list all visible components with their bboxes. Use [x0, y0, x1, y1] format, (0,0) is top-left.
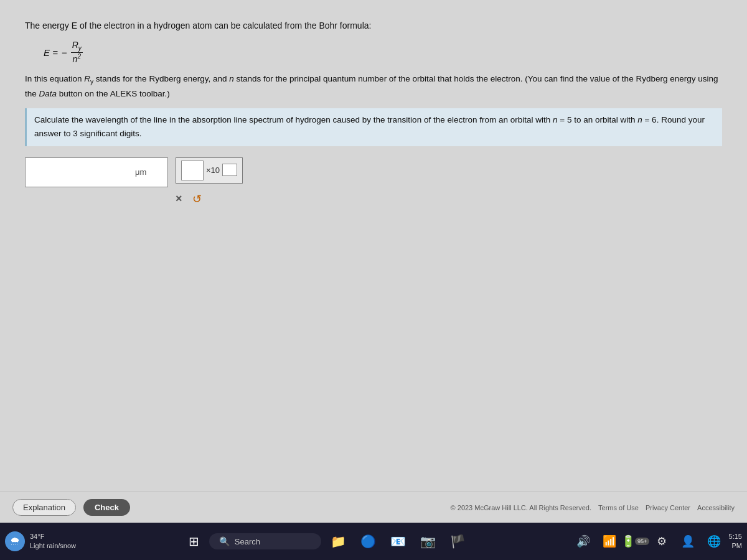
sci-exponent-input[interactable]	[222, 164, 237, 176]
start-button[interactable]: ⊞	[184, 531, 204, 551]
x10-label: ×10	[206, 166, 220, 175]
bottom-bar: Explanation Check © 2023 McGraw Hill LLC…	[0, 492, 747, 523]
privacy-link[interactable]: Privacy Center	[646, 504, 690, 511]
taskbar-app-mail[interactable]: 📧	[386, 528, 411, 555]
unit-label: μm	[135, 167, 146, 177]
taskbar-weather: 🌨 34°F Light rain/snow	[5, 531, 76, 551]
search-bar-label: Search	[235, 537, 260, 546]
copyright-area: © 2023 McGraw Hill LLC. All Rights Reser…	[451, 504, 735, 511]
battery-badge: 95+	[635, 538, 649, 545]
user-icon[interactable]: 👤	[677, 530, 699, 553]
formula-block: E = − Ry n2	[44, 40, 722, 64]
sci-exp-wrapper	[222, 164, 237, 177]
taskbar-center: ⊞ 🔍 Search 📁 🔵 📧 📷 🏴	[85, 528, 570, 555]
settings-icon[interactable]: ⚙	[651, 530, 673, 553]
clock-ampm: PM	[729, 541, 742, 551]
scientific-notation-box: ×10 × ↺	[176, 157, 243, 206]
weather-text: 34°F Light rain/snow	[30, 532, 76, 551]
description-text: In this equation Ry stands for the Rydbe…	[25, 72, 722, 101]
wifi-icon[interactable]: 🌐	[703, 530, 725, 553]
taskbar-app-files[interactable]: 📁	[326, 528, 351, 555]
formula-numerator: Ry	[71, 40, 83, 53]
taskbar-app-camera[interactable]: 📷	[416, 528, 441, 555]
answer-row: μm ×10 × ↺	[25, 157, 722, 206]
sci-input-row: ×10	[176, 157, 243, 184]
intro-text: The energy E of the electron in a hydrog…	[25, 19, 722, 32]
formula-denominator: n2	[72, 53, 82, 64]
time-display: 5:15 PM	[729, 532, 742, 551]
explanation-button[interactable]: Explanation	[12, 499, 76, 516]
weather-temp: 34°F	[30, 532, 76, 541]
main-content: The energy E of the electron in a hydrog…	[0, 0, 747, 523]
taskbar-app-flag[interactable]: 🏴	[446, 528, 471, 555]
answer-input-box: μm	[25, 157, 168, 187]
formula-sign: −	[62, 47, 67, 58]
system-tray-icon2[interactable]: 📶	[598, 530, 621, 553]
formula-fraction: Ry n2	[71, 40, 83, 64]
clock-time: 5:15	[729, 532, 742, 541]
redo-button[interactable]: ↺	[192, 192, 202, 206]
terms-link[interactable]: Terms of Use	[598, 504, 639, 511]
sci-base-input[interactable]	[181, 161, 204, 180]
search-bar[interactable]: 🔍 Search	[209, 533, 321, 549]
clear-button[interactable]: ×	[176, 192, 182, 205]
search-icon: 🔍	[219, 536, 230, 546]
system-tray-icon1[interactable]: 🔊	[572, 530, 594, 553]
weather-icon: 🌨	[5, 531, 25, 551]
copyright-text: © 2023 McGraw Hill LLC. All Rights Reser…	[451, 504, 591, 511]
taskbar-right: 🔊 📶 🔋 95+ ⚙ 👤 🌐 5:15 PM	[572, 530, 742, 553]
taskbar-app-browser[interactable]: 🔵	[356, 528, 381, 555]
weather-desc: Light rain/snow	[30, 541, 76, 551]
action-row: × ↺	[176, 192, 202, 206]
check-button[interactable]: Check	[83, 499, 130, 516]
answer-input[interactable]	[32, 167, 131, 177]
accessibility-link[interactable]: Accessibility	[697, 504, 735, 511]
formula-lhs: E =	[44, 47, 58, 58]
problem-statement: Calculate the wavelength of the line in …	[25, 108, 722, 146]
taskbar: 🌨 34°F Light rain/snow ⊞ 🔍 Search 📁 🔵 📧 …	[0, 523, 747, 560]
battery-icon[interactable]: 🔋 95+	[624, 530, 647, 553]
